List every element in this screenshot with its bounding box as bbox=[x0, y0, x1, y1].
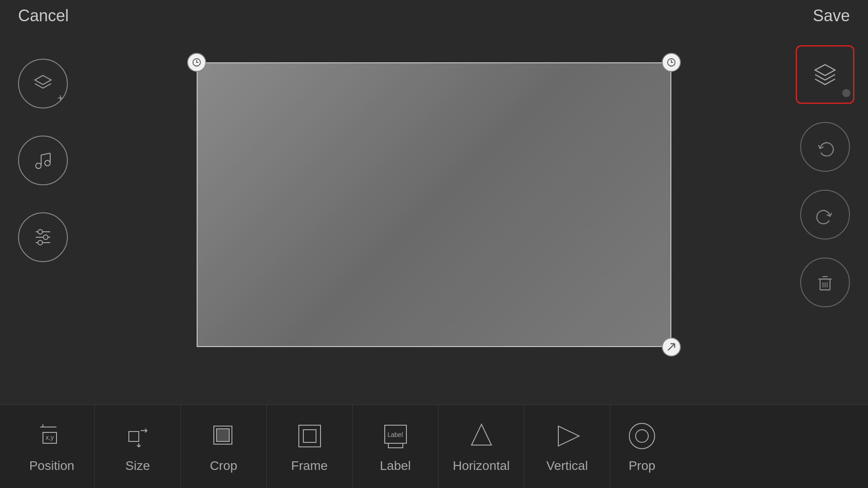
svg-point-9 bbox=[38, 230, 42, 234]
undo-icon bbox=[815, 137, 835, 157]
label-label: Label bbox=[380, 459, 411, 473]
position-tool[interactable]: x,y Position bbox=[9, 405, 95, 488]
layers-add-button[interactable]: + bbox=[18, 59, 68, 108]
crop-tool[interactable]: Crop bbox=[181, 405, 267, 488]
corner-handle-tl[interactable] bbox=[187, 53, 206, 72]
svg-rect-29 bbox=[217, 429, 229, 441]
add-badge: + bbox=[57, 93, 63, 103]
corner-handle-br[interactable] bbox=[662, 338, 681, 357]
svg-rect-32 bbox=[303, 430, 316, 442]
svg-point-11 bbox=[38, 240, 42, 245]
svg-point-1 bbox=[36, 163, 41, 169]
prop-label: Prop bbox=[628, 459, 655, 473]
size-tool[interactable]: Size bbox=[95, 405, 181, 488]
delete-button[interactable] bbox=[800, 258, 850, 307]
svg-rect-26 bbox=[129, 432, 139, 441]
redo-button[interactable] bbox=[800, 190, 850, 239]
bottom-toolbar: x,y Position Size Crop Frame bbox=[0, 404, 868, 488]
music-button[interactable] bbox=[18, 136, 68, 185]
vertical-icon bbox=[551, 420, 584, 452]
horizontal-tool[interactable]: Horizontal bbox=[439, 405, 524, 488]
frame-icon bbox=[293, 420, 326, 452]
cursor-indicator bbox=[842, 89, 850, 97]
svg-point-38 bbox=[629, 423, 655, 449]
cancel-button[interactable]: Cancel bbox=[18, 6, 69, 25]
svg-line-5 bbox=[41, 153, 50, 155]
resize-icon-br bbox=[666, 342, 676, 352]
redo-icon bbox=[815, 205, 835, 225]
crop-label: Crop bbox=[210, 459, 237, 473]
position-label: Position bbox=[29, 459, 75, 473]
svg-marker-37 bbox=[558, 426, 579, 446]
svg-line-14 bbox=[668, 343, 675, 350]
vertical-label: Vertical bbox=[547, 459, 588, 473]
label-tool[interactable]: Label Label bbox=[353, 405, 439, 488]
crop-icon bbox=[208, 420, 240, 452]
size-label: Size bbox=[125, 459, 150, 473]
frame-label: Frame bbox=[291, 459, 328, 473]
canvas-wrapper[interactable] bbox=[197, 62, 671, 347]
save-button[interactable]: Save bbox=[813, 6, 850, 25]
corner-handle-tr[interactable] bbox=[662, 53, 681, 72]
canvas-area bbox=[86, 5, 782, 404]
svg-text:x,y: x,y bbox=[46, 434, 54, 441]
trash-icon bbox=[815, 272, 835, 292]
svg-marker-15 bbox=[815, 65, 835, 75]
layers-active-button[interactable] bbox=[796, 45, 854, 104]
layers-icon bbox=[811, 60, 840, 89]
svg-text:Label: Label bbox=[387, 431, 403, 438]
svg-marker-36 bbox=[472, 424, 491, 445]
header: Cancel Save bbox=[0, 0, 868, 32]
svg-point-39 bbox=[636, 430, 648, 442]
frame-tool[interactable]: Frame bbox=[267, 405, 353, 488]
label-icon: Label bbox=[379, 420, 412, 452]
right-sidebar bbox=[782, 32, 868, 330]
svg-point-10 bbox=[43, 235, 48, 239]
adjustments-button[interactable] bbox=[18, 212, 68, 262]
prop-icon bbox=[626, 420, 658, 452]
left-sidebar: + bbox=[0, 32, 86, 330]
vertical-tool[interactable]: Vertical bbox=[524, 405, 610, 488]
undo-button[interactable] bbox=[800, 122, 850, 172]
svg-rect-35 bbox=[388, 443, 403, 448]
svg-rect-31 bbox=[299, 425, 321, 447]
svg-marker-0 bbox=[35, 75, 51, 84]
canvas-frame bbox=[197, 62, 671, 347]
prop-tool[interactable]: Prop bbox=[610, 405, 674, 488]
sliders-icon bbox=[32, 226, 54, 248]
rotate-icon-tl bbox=[192, 57, 202, 67]
rotate-icon-tr bbox=[666, 57, 676, 67]
layers-plus-icon bbox=[32, 73, 54, 94]
horizontal-label: Horizontal bbox=[453, 459, 509, 473]
horizontal-icon bbox=[465, 420, 498, 452]
svg-point-2 bbox=[45, 160, 50, 166]
music-icon bbox=[32, 150, 54, 171]
position-icon: x,y bbox=[36, 420, 68, 452]
size-icon bbox=[122, 420, 154, 452]
